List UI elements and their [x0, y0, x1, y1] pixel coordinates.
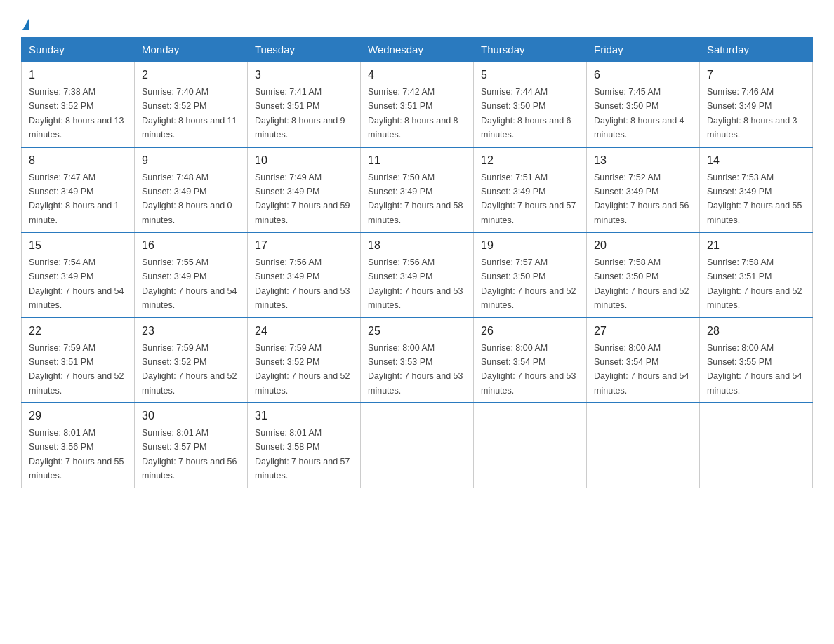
- day-info: Sunrise: 7:41 AMSunset: 3:51 PMDaylight:…: [255, 87, 345, 140]
- calendar-cell: 1 Sunrise: 7:38 AMSunset: 3:52 PMDayligh…: [22, 62, 135, 147]
- calendar-cell: 17 Sunrise: 7:56 AMSunset: 3:49 PMDaylig…: [248, 232, 361, 318]
- week-row-4: 22 Sunrise: 7:59 AMSunset: 3:51 PMDaylig…: [22, 318, 813, 403]
- day-info: Sunrise: 7:51 AMSunset: 3:49 PMDaylight:…: [481, 173, 576, 225]
- day-info: Sunrise: 7:45 AMSunset: 3:50 PMDaylight:…: [594, 87, 684, 140]
- day-number: 28: [707, 323, 805, 340]
- day-info: Sunrise: 7:47 AMSunset: 3:49 PMDaylight:…: [29, 173, 119, 225]
- weekday-header-tuesday: Tuesday: [248, 38, 361, 62]
- calendar-cell: 28 Sunrise: 8:00 AMSunset: 3:55 PMDaylig…: [700, 318, 813, 403]
- calendar-cell: 24 Sunrise: 7:59 AMSunset: 3:52 PMDaylig…: [248, 318, 361, 403]
- day-info: Sunrise: 7:40 AMSunset: 3:52 PMDaylight:…: [142, 87, 237, 140]
- calendar-cell: 9 Sunrise: 7:48 AMSunset: 3:49 PMDayligh…: [135, 147, 248, 233]
- day-number: 27: [594, 323, 692, 340]
- calendar-cell: 2 Sunrise: 7:40 AMSunset: 3:52 PMDayligh…: [135, 62, 248, 147]
- day-info: Sunrise: 7:46 AMSunset: 3:49 PMDaylight:…: [707, 87, 797, 140]
- day-number: 11: [368, 152, 466, 169]
- day-number: 16: [142, 237, 240, 254]
- day-number: 5: [481, 67, 579, 83]
- calendar-cell: 31 Sunrise: 8:01 AMSunset: 3:58 PMDaylig…: [248, 403, 361, 488]
- day-number: 12: [481, 152, 579, 169]
- day-info: Sunrise: 7:49 AMSunset: 3:49 PMDaylight:…: [255, 173, 350, 225]
- day-number: 21: [707, 237, 805, 254]
- calendar-cell: 27 Sunrise: 8:00 AMSunset: 3:54 PMDaylig…: [587, 318, 700, 403]
- day-number: 10: [255, 152, 353, 169]
- day-info: Sunrise: 8:00 AMSunset: 3:54 PMDaylight:…: [481, 343, 576, 396]
- day-number: 19: [481, 237, 579, 254]
- day-number: 31: [255, 408, 353, 424]
- day-number: 7: [707, 67, 805, 83]
- day-number: 24: [255, 323, 353, 340]
- calendar-cell: 5 Sunrise: 7:44 AMSunset: 3:50 PMDayligh…: [474, 62, 587, 147]
- calendar-cell: 18 Sunrise: 7:56 AMSunset: 3:49 PMDaylig…: [361, 232, 474, 318]
- weekday-header-wednesday: Wednesday: [361, 38, 474, 62]
- day-info: Sunrise: 7:58 AMSunset: 3:50 PMDaylight:…: [594, 257, 689, 310]
- day-number: 3: [255, 67, 353, 83]
- day-info: Sunrise: 7:56 AMSunset: 3:49 PMDaylight:…: [255, 257, 350, 310]
- day-info: Sunrise: 7:55 AMSunset: 3:49 PMDaylight:…: [142, 257, 237, 310]
- weekday-header-friday: Friday: [587, 38, 700, 62]
- day-number: 2: [142, 67, 240, 83]
- calendar-cell: 20 Sunrise: 7:58 AMSunset: 3:50 PMDaylig…: [587, 232, 700, 318]
- day-info: Sunrise: 7:59 AMSunset: 3:52 PMDaylight:…: [142, 343, 237, 396]
- weekday-header-monday: Monday: [135, 38, 248, 62]
- day-info: Sunrise: 7:56 AMSunset: 3:49 PMDaylight:…: [368, 257, 463, 310]
- calendar-cell: 25 Sunrise: 8:00 AMSunset: 3:53 PMDaylig…: [361, 318, 474, 403]
- day-number: 14: [707, 152, 805, 169]
- day-info: Sunrise: 8:00 AMSunset: 3:54 PMDaylight:…: [594, 343, 689, 396]
- calendar-cell: 11 Sunrise: 7:50 AMSunset: 3:49 PMDaylig…: [361, 147, 474, 233]
- calendar-cell: 23 Sunrise: 7:59 AMSunset: 3:52 PMDaylig…: [135, 318, 248, 403]
- day-info: Sunrise: 7:52 AMSunset: 3:49 PMDaylight:…: [594, 173, 689, 225]
- day-info: Sunrise: 7:58 AMSunset: 3:51 PMDaylight:…: [707, 257, 802, 310]
- day-info: Sunrise: 7:59 AMSunset: 3:51 PMDaylight:…: [29, 343, 124, 396]
- calendar-table: SundayMondayTuesdayWednesdayThursdayFrid…: [21, 37, 813, 488]
- day-number: 20: [594, 237, 692, 254]
- day-number: 17: [255, 237, 353, 254]
- weekday-header-row: SundayMondayTuesdayWednesdayThursdayFrid…: [22, 38, 813, 62]
- day-info: Sunrise: 7:50 AMSunset: 3:49 PMDaylight:…: [368, 173, 463, 225]
- day-info: Sunrise: 7:57 AMSunset: 3:50 PMDaylight:…: [481, 257, 576, 310]
- week-row-2: 8 Sunrise: 7:47 AMSunset: 3:49 PMDayligh…: [22, 147, 813, 233]
- calendar-cell: [361, 403, 474, 488]
- logo: [21, 14, 29, 30]
- day-info: Sunrise: 7:54 AMSunset: 3:49 PMDaylight:…: [29, 257, 124, 310]
- weekday-header-sunday: Sunday: [22, 38, 135, 62]
- day-info: Sunrise: 8:00 AMSunset: 3:53 PMDaylight:…: [368, 343, 463, 396]
- week-row-3: 15 Sunrise: 7:54 AMSunset: 3:49 PMDaylig…: [22, 232, 813, 318]
- day-number: 26: [481, 323, 579, 340]
- day-number: 29: [29, 408, 127, 424]
- day-info: Sunrise: 8:01 AMSunset: 3:57 PMDaylight:…: [142, 428, 237, 481]
- day-number: 15: [29, 237, 127, 254]
- day-number: 6: [594, 67, 692, 83]
- calendar-cell: 30 Sunrise: 8:01 AMSunset: 3:57 PMDaylig…: [135, 403, 248, 488]
- calendar-cell: 22 Sunrise: 7:59 AMSunset: 3:51 PMDaylig…: [22, 318, 135, 403]
- calendar-cell: [474, 403, 587, 488]
- day-info: Sunrise: 7:44 AMSunset: 3:50 PMDaylight:…: [481, 87, 571, 140]
- calendar-cell: [700, 403, 813, 488]
- day-info: Sunrise: 7:42 AMSunset: 3:51 PMDaylight:…: [368, 87, 458, 140]
- day-number: 4: [368, 67, 466, 83]
- day-info: Sunrise: 7:59 AMSunset: 3:52 PMDaylight:…: [255, 343, 350, 396]
- day-number: 13: [594, 152, 692, 169]
- calendar-cell: 10 Sunrise: 7:49 AMSunset: 3:49 PMDaylig…: [248, 147, 361, 233]
- day-info: Sunrise: 8:01 AMSunset: 3:58 PMDaylight:…: [255, 428, 350, 481]
- logo-triangle-icon: [22, 18, 29, 30]
- calendar-cell: 19 Sunrise: 7:57 AMSunset: 3:50 PMDaylig…: [474, 232, 587, 318]
- day-number: 23: [142, 323, 240, 340]
- logo-blue-text: [21, 18, 29, 30]
- day-number: 30: [142, 408, 240, 424]
- day-info: Sunrise: 8:00 AMSunset: 3:55 PMDaylight:…: [707, 343, 802, 396]
- calendar-cell: 15 Sunrise: 7:54 AMSunset: 3:49 PMDaylig…: [22, 232, 135, 318]
- calendar-cell: 12 Sunrise: 7:51 AMSunset: 3:49 PMDaylig…: [474, 147, 587, 233]
- weekday-header-saturday: Saturday: [700, 38, 813, 62]
- day-number: 9: [142, 152, 240, 169]
- page-header: [21, 14, 813, 30]
- calendar-cell: 13 Sunrise: 7:52 AMSunset: 3:49 PMDaylig…: [587, 147, 700, 233]
- day-number: 1: [29, 67, 127, 83]
- day-number: 22: [29, 323, 127, 340]
- week-row-5: 29 Sunrise: 8:01 AMSunset: 3:56 PMDaylig…: [22, 403, 813, 488]
- calendar-cell: 8 Sunrise: 7:47 AMSunset: 3:49 PMDayligh…: [22, 147, 135, 233]
- calendar-cell: 14 Sunrise: 7:53 AMSunset: 3:49 PMDaylig…: [700, 147, 813, 233]
- day-info: Sunrise: 8:01 AMSunset: 3:56 PMDaylight:…: [29, 428, 124, 481]
- calendar-cell: 26 Sunrise: 8:00 AMSunset: 3:54 PMDaylig…: [474, 318, 587, 403]
- calendar-cell: 3 Sunrise: 7:41 AMSunset: 3:51 PMDayligh…: [248, 62, 361, 147]
